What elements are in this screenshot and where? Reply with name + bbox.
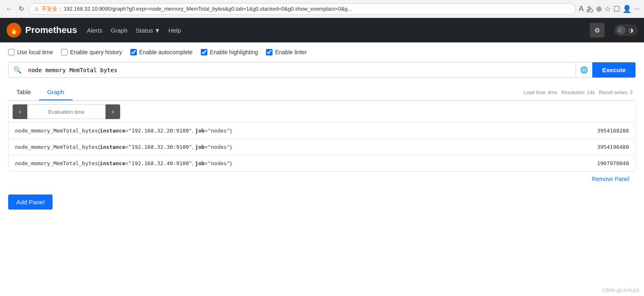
favorites-icon[interactable]: ☆ (604, 4, 611, 13)
settings-gear-button[interactable]: ⚙ (590, 23, 604, 38)
translate-icon[interactable]: A (579, 4, 584, 13)
light-mode-button[interactable]: ◑ (626, 26, 635, 34)
reading-mode-icon[interactable]: あ (586, 4, 593, 14)
tab-table[interactable]: Table (8, 84, 39, 100)
eval-prev-button[interactable]: ‹ (13, 104, 27, 119)
enable-autocomplete-label: Enable autocomplete (139, 49, 193, 55)
enable-linter-option[interactable]: Enable linter (266, 49, 307, 55)
url-warning-text: 不安全 (42, 5, 57, 13)
metric-cell: node_memory_MemTotal_bytes{instance="192… (9, 139, 533, 155)
panel-footer: Remove Panel (8, 172, 636, 186)
metric-name: node_memory_MemTotal_bytes (15, 128, 98, 134)
enable-query-history-option[interactable]: Enable query history (61, 49, 122, 55)
enable-linter-label: Enable linter (275, 49, 307, 55)
resolution-text: Resolution: 14s (561, 90, 595, 95)
query-input[interactable] (26, 64, 576, 77)
label-key: job (195, 144, 204, 150)
value-cell: 3954188288 (533, 123, 635, 139)
use-local-time-label: Use local time (17, 49, 53, 55)
back-button[interactable]: ← (4, 4, 14, 14)
eval-next-button[interactable]: › (106, 104, 120, 119)
url-bar[interactable]: ⚠ 不安全 | 192.168.32.10:9090/graph?g0.expr… (29, 3, 576, 15)
tabs-row: Table Graph Load time: 4ms Resolution: 1… (8, 84, 636, 101)
navbar-logo: 🔥 (7, 23, 21, 38)
tabs-meta: Load time: 4ms Resolution: 14s Result se… (524, 90, 636, 95)
label-val: "192.168.32.20:9100" (128, 128, 192, 134)
metric-cell: node_memory_MemTotal_bytes{instance="192… (9, 155, 533, 172)
load-time-text: Load time: 4ms (524, 90, 557, 95)
execute-button[interactable]: Execute (592, 62, 635, 77)
use-local-time-option[interactable]: Use local time (8, 49, 53, 55)
label-val: "nodes" (208, 144, 230, 150)
nav-item-status[interactable]: Status ▼ (136, 27, 160, 34)
label-key: instance (100, 160, 125, 166)
results-panel: ‹ › node_memory_MemTotal_bytes{instance=… (8, 101, 636, 172)
metric-name: node_memory_MemTotal_bytes (15, 144, 98, 150)
nav-item-alerts[interactable]: Alerts (87, 25, 102, 35)
browser-bar: ← ↻ ⚠ 不安全 | 192.168.32.10:9090/graph?g0.… (0, 0, 644, 18)
use-local-time-checkbox[interactable] (8, 49, 15, 55)
label-key: job (195, 160, 204, 166)
enable-autocomplete-checkbox[interactable] (130, 49, 137, 55)
label-val: "192.168.32.40:9100" (128, 160, 192, 166)
value-cell: 3954196480 (533, 139, 635, 155)
url-text: 192.168.32.10:9090/graph?g0.expr=node_me… (64, 6, 352, 12)
label-val: "nodes" (208, 160, 230, 166)
result-series-text: Result series: 3 (599, 90, 633, 95)
label-val: "192.168.32.30:9100" (128, 144, 192, 150)
dark-mode-button[interactable]: ☾ (616, 26, 626, 34)
label-val: "nodes" (208, 128, 230, 134)
table-row: node_memory_MemTotal_bytes{instance="192… (9, 123, 635, 139)
results-table: node_memory_MemTotal_bytes{instance="192… (9, 123, 635, 171)
security-warning-icon: ⚠ (34, 6, 39, 12)
enable-highlighting-checkbox[interactable] (201, 49, 207, 55)
status-label: Status (136, 27, 153, 34)
theme-toggle[interactable]: ☾ ◑ (614, 25, 637, 35)
nav-item-graph[interactable]: Graph (111, 25, 128, 35)
globe-icon-button[interactable]: 🌐 (576, 63, 592, 77)
panel-toolbar: ‹ › (9, 101, 635, 123)
navbar-title: Prometheus (25, 25, 77, 35)
table-row: node_memory_MemTotal_bytes{instance="192… (9, 155, 635, 172)
label-key: instance (100, 128, 125, 134)
remove-panel-button[interactable]: Remove Panel (592, 176, 629, 182)
profile-icon[interactable]: 👤 (622, 4, 631, 13)
main-content: Use local time Enable query history Enab… (0, 42, 644, 216)
collections-icon[interactable]: ☐ (613, 4, 620, 13)
url-separator: | (60, 6, 61, 12)
tab-graph[interactable]: Graph (39, 84, 73, 100)
navbar-nav: Alerts Graph Status ▼ Help (87, 25, 181, 35)
extensions-icon[interactable]: ⊕ (596, 4, 602, 13)
enable-query-history-label: Enable query history (70, 49, 122, 55)
navbar-brand[interactable]: 🔥 Prometheus (7, 23, 77, 38)
enable-query-history-checkbox[interactable] (61, 49, 68, 55)
search-bar: 🔍 🌐 Execute (8, 62, 636, 78)
metric-name: node_memory_MemTotal_bytes (15, 160, 98, 166)
options-row: Use local time Enable query history Enab… (8, 49, 636, 55)
label-key: job (195, 128, 204, 134)
label-key: instance (100, 144, 125, 150)
search-icon-button[interactable]: 🔍 (9, 63, 26, 77)
more-actions-icon[interactable]: ··· (634, 4, 640, 13)
navbar: 🔥 Prometheus Alerts Graph Status ▼ Help … (0, 18, 644, 42)
refresh-button[interactable]: ↻ (17, 3, 26, 14)
enable-linter-checkbox[interactable] (266, 49, 273, 55)
enable-highlighting-label: Enable highlighting (210, 49, 258, 55)
add-panel-button[interactable]: Add Panel (8, 194, 53, 210)
table-row: node_memory_MemTotal_bytes{instance="192… (9, 139, 635, 155)
metric-cell: node_memory_MemTotal_bytes{instance="192… (9, 123, 533, 139)
nav-item-help[interactable]: Help (169, 25, 181, 35)
value-cell: 1907970048 (533, 155, 635, 172)
eval-time-input[interactable] (27, 104, 106, 119)
dropdown-arrow-icon: ▼ (154, 27, 160, 34)
browser-actions: A あ ⊕ ☆ ☐ 👤 ··· (579, 4, 640, 14)
enable-highlighting-option[interactable]: Enable highlighting (201, 49, 258, 55)
enable-autocomplete-option[interactable]: Enable autocomplete (130, 49, 193, 55)
